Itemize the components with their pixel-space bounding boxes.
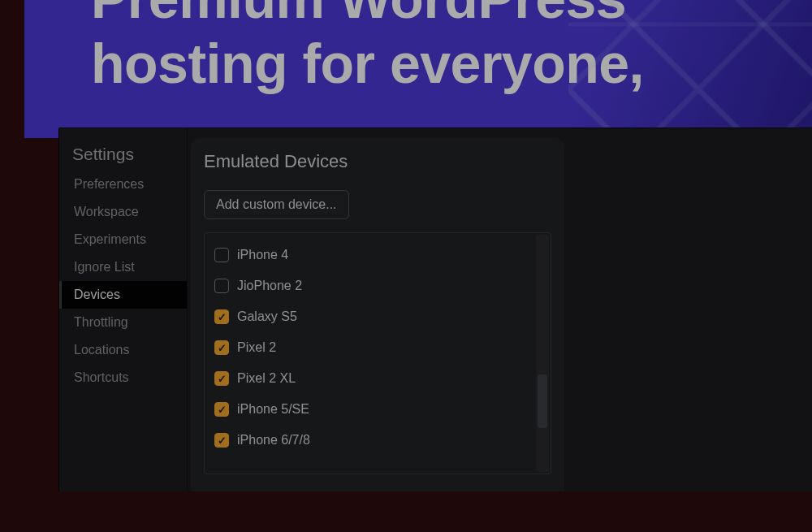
sidebar-item-label: Throttling xyxy=(74,315,128,329)
settings-sidebar: Settings PreferencesWorkspaceExperiments… xyxy=(59,128,188,491)
sidebar-item-label: Devices xyxy=(74,288,120,301)
device-label: iPhone 5/SE xyxy=(237,402,309,417)
device-checkbox[interactable] xyxy=(214,279,229,293)
settings-heading: Settings xyxy=(59,141,187,171)
device-row[interactable]: JioPhone 2 xyxy=(213,275,542,296)
device-list: iPhone 4JioPhone 2✓Galaxy S5✓Pixel 2✓Pix… xyxy=(204,232,551,474)
sidebar-item-devices[interactable]: Devices xyxy=(59,281,187,309)
device-label: Galaxy S5 xyxy=(237,309,297,324)
device-label: Pixel 2 xyxy=(237,340,276,355)
sidebar-item-throttling[interactable]: Throttling xyxy=(59,309,187,336)
sidebar-item-ignore-list[interactable]: Ignore List xyxy=(59,253,187,281)
sidebar-item-label: Shortcuts xyxy=(74,370,129,384)
sidebar-item-experiments[interactable]: Experiments xyxy=(59,226,187,253)
device-row[interactable]: ✓iPhone 5/SE xyxy=(213,399,542,420)
sidebar-item-workspace[interactable]: Workspace xyxy=(59,198,187,226)
hero-headline: Premium WordPress hosting for everyone, xyxy=(91,0,644,96)
device-label: iPhone 4 xyxy=(237,248,288,262)
emulated-devices-title: Emulated Devices xyxy=(204,151,551,172)
devtools-settings-panel: Settings PreferencesWorkspaceExperiments… xyxy=(58,128,812,491)
device-checkbox[interactable]: ✓ xyxy=(214,371,229,386)
sidebar-item-locations[interactable]: Locations xyxy=(59,336,187,364)
device-row[interactable]: ✓iPhone 6/7/8 xyxy=(213,430,542,451)
check-icon: ✓ xyxy=(218,435,227,446)
scrollbar-track[interactable] xyxy=(536,235,549,472)
sidebar-item-label: Preferences xyxy=(74,177,144,191)
device-checkbox[interactable]: ✓ xyxy=(214,433,229,448)
scrollbar-thumb[interactable] xyxy=(538,374,547,428)
device-label: Pixel 2 XL xyxy=(237,371,296,386)
add-custom-device-button[interactable]: Add custom device... xyxy=(204,190,349,219)
check-icon: ✓ xyxy=(218,404,227,415)
device-row[interactable]: ✓Pixel 2 XL xyxy=(213,368,542,389)
sidebar-item-label: Experiments xyxy=(74,232,146,246)
device-row[interactable]: iPhone 4 xyxy=(213,244,542,266)
device-checkbox[interactable]: ✓ xyxy=(214,340,229,355)
sidebar-item-label: Locations xyxy=(74,343,130,357)
device-label: JioPhone 2 xyxy=(237,279,302,293)
device-row[interactable]: ✓Pixel 2 xyxy=(213,337,542,358)
settings-content: Emulated Devices Add custom device... iP… xyxy=(188,128,812,491)
device-checkbox[interactable] xyxy=(214,248,229,262)
device-label: iPhone 6/7/8 xyxy=(237,433,310,448)
device-row[interactable]: ✓Galaxy S5 xyxy=(213,306,542,327)
device-checkbox[interactable]: ✓ xyxy=(214,309,229,324)
check-icon: ✓ xyxy=(218,343,227,353)
check-icon: ✓ xyxy=(218,312,227,322)
sidebar-item-preferences[interactable]: Preferences xyxy=(59,171,187,198)
device-checkbox[interactable]: ✓ xyxy=(214,402,229,417)
check-icon: ✓ xyxy=(218,374,227,384)
sidebar-item-label: Ignore List xyxy=(74,260,135,274)
sidebar-item-shortcuts[interactable]: Shortcuts xyxy=(59,364,187,391)
hero-banner: Premium WordPress hosting for everyone, xyxy=(24,0,812,138)
sidebar-item-label: Workspace xyxy=(74,205,139,218)
emulated-devices-card: Emulated Devices Add custom device... iP… xyxy=(191,138,564,491)
